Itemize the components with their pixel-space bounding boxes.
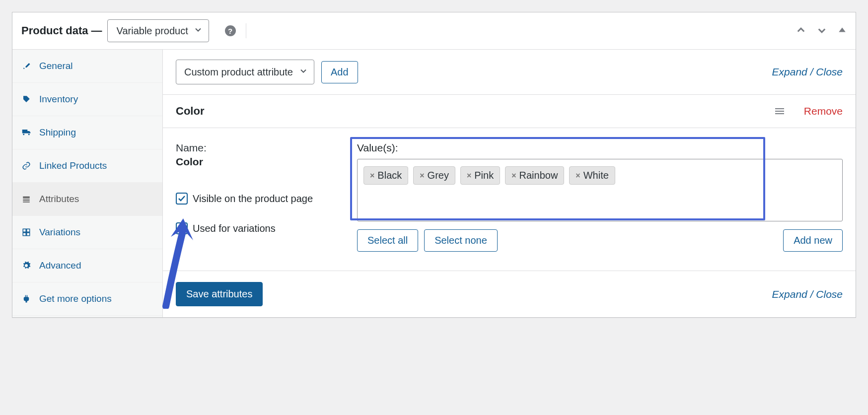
value-tag[interactable]: ×Rainbow xyxy=(505,166,564,185)
expand-close-link[interactable]: Expand / Close xyxy=(772,66,843,78)
expand-close-link[interactable]: Expand / Close xyxy=(772,288,843,300)
sidebar-item-linked[interactable]: Linked Products xyxy=(12,149,162,183)
panel-toggles xyxy=(796,25,847,37)
sidebar-item-label: Linked Products xyxy=(39,160,107,171)
value-tag-label: Grey xyxy=(428,170,449,181)
sidebar-item-inventory[interactable]: Inventory xyxy=(12,83,162,116)
panel-title: Product data — xyxy=(21,24,102,37)
chevron-down-icon[interactable] xyxy=(817,25,827,37)
remove-tag-icon[interactable]: × xyxy=(370,171,374,180)
panel-body: General Inventory Shipping Linked Produc… xyxy=(12,50,856,317)
select-none-button[interactable]: Select none xyxy=(424,229,498,252)
grid-icon xyxy=(21,227,31,237)
attribute-title: Color xyxy=(176,105,204,118)
sidebar-item-shipping[interactable]: Shipping xyxy=(12,116,162,149)
wrench-icon xyxy=(21,61,31,71)
remove-tag-icon[interactable]: × xyxy=(467,171,471,180)
save-attributes-button[interactable]: Save attributes xyxy=(176,282,263,306)
product-type-select[interactable]: Variable product xyxy=(107,19,209,42)
remove-attribute-link[interactable]: Remove xyxy=(804,105,843,117)
value-tag-label: Pink xyxy=(474,170,494,181)
sidebar-item-label: General xyxy=(39,61,73,71)
sidebar-item-advanced[interactable]: Advanced xyxy=(12,249,162,282)
attributes-toolbar: Custom product attribute Add Expand / Cl… xyxy=(163,50,856,95)
value-tag-label: Rainbow xyxy=(519,170,558,181)
product-type-select-wrap: Variable product xyxy=(107,19,209,42)
attribute-type-select[interactable]: Custom product attribute xyxy=(176,60,314,84)
visible-checkbox-label: Visible on the product page xyxy=(193,193,313,205)
value-tag-label: White xyxy=(583,170,609,181)
remove-tag-icon[interactable]: × xyxy=(511,171,516,180)
sidebar-item-label: Inventory xyxy=(39,94,78,105)
remove-tag-icon[interactable]: × xyxy=(420,171,424,180)
sidebar-item-label: Advanced xyxy=(39,260,81,271)
name-label: Name: xyxy=(176,142,347,154)
help-icon[interactable]: ? xyxy=(225,25,236,36)
sidebar-item-label: Variations xyxy=(39,227,80,238)
plug-icon xyxy=(21,294,31,304)
drag-handle-icon[interactable] xyxy=(775,108,784,114)
attribute-block: Color Remove Name: Color xyxy=(163,95,856,271)
value-tag[interactable]: ×Black xyxy=(363,166,408,185)
sidebar-item-label: Get more options xyxy=(39,293,112,304)
attribute-header[interactable]: Color Remove xyxy=(163,95,856,128)
checkbox-checked-icon[interactable] xyxy=(176,193,188,205)
select-all-button[interactable]: Select all xyxy=(357,229,418,252)
remove-tag-icon[interactable]: × xyxy=(576,171,580,180)
variations-checkbox-row[interactable]: Used for variations xyxy=(176,222,347,234)
value-tag-label: Black xyxy=(377,170,402,181)
list-icon xyxy=(21,194,31,204)
sidebar-item-attributes[interactable]: Attributes xyxy=(12,183,162,216)
add-attribute-button[interactable]: Add xyxy=(321,61,358,83)
values-input[interactable]: ×Black×Grey×Pink×Rainbow×White xyxy=(357,159,843,221)
main-content: Custom product attribute Add Expand / Cl… xyxy=(163,50,856,317)
values-actions: Select all Select none Add new xyxy=(357,229,843,252)
value-tag[interactable]: ×Pink xyxy=(460,166,500,185)
attribute-body: Name: Color Visible on the product page xyxy=(163,128,856,271)
add-new-value-button[interactable]: Add new xyxy=(783,229,843,252)
chevron-up-icon[interactable] xyxy=(796,25,806,37)
panel-header: Product data — Variable product ? xyxy=(12,12,856,50)
checkbox-checked-icon[interactable] xyxy=(176,222,188,234)
sidebar: General Inventory Shipping Linked Produc… xyxy=(12,50,163,317)
tag-icon xyxy=(21,94,31,104)
link-icon xyxy=(21,161,31,171)
sidebar-item-general[interactable]: General xyxy=(12,50,162,83)
value-tag[interactable]: ×White xyxy=(569,166,615,185)
attribute-right-col: Value(s): ×Black×Grey×Pink×Rainbow×White… xyxy=(357,142,843,252)
values-label: Value(s): xyxy=(357,142,843,154)
attributes-footer: Save attributes Expand / Close xyxy=(163,271,856,317)
value-tag[interactable]: ×Grey xyxy=(413,166,455,185)
sidebar-item-more[interactable]: Get more options xyxy=(12,282,162,316)
gear-icon xyxy=(21,261,31,271)
product-data-panel: Product data — Variable product ? xyxy=(12,12,856,318)
triangle-up-icon[interactable] xyxy=(838,25,847,37)
attribute-type-select-wrap: Custom product attribute xyxy=(176,60,314,84)
visible-checkbox-row[interactable]: Visible on the product page xyxy=(176,193,347,205)
sidebar-item-label: Attributes xyxy=(39,194,79,205)
variations-checkbox-label: Used for variations xyxy=(193,223,276,234)
divider xyxy=(246,23,246,38)
sidebar-item-label: Shipping xyxy=(39,127,76,138)
sidebar-item-variations[interactable]: Variations xyxy=(12,216,162,249)
attribute-name: Color xyxy=(176,156,347,168)
truck-icon xyxy=(21,128,31,138)
attribute-left-col: Name: Color Visible on the product page xyxy=(176,142,347,252)
